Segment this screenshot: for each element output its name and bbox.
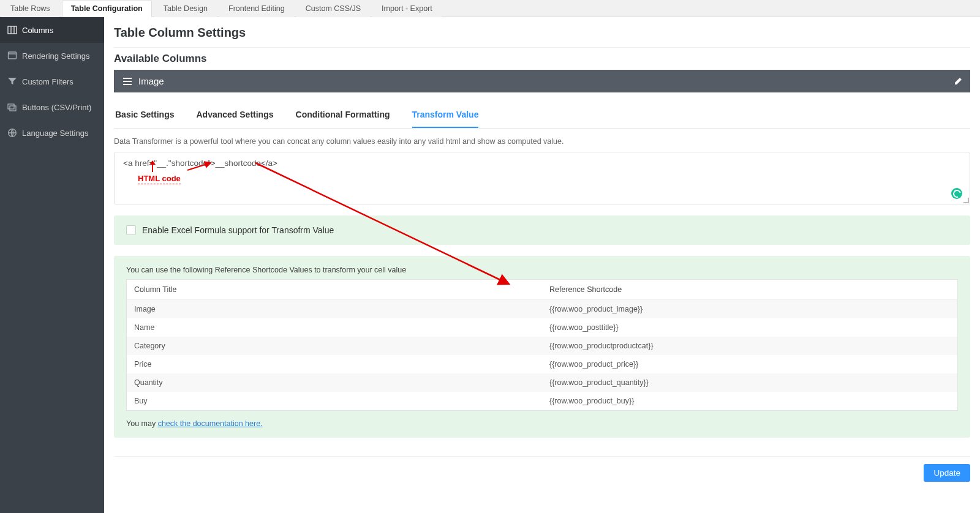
accordion-header-image[interactable]: Image	[114, 70, 970, 92]
top-tab-import-export[interactable]: Import - Export	[372, 1, 442, 17]
edit-icon[interactable]	[954, 77, 963, 85]
columns-icon	[7, 25, 17, 35]
filter-icon	[7, 77, 17, 86]
inner-tab-conditional-formatting[interactable]: Conditional Formatting	[296, 103, 390, 128]
sidebar-item-language-settings[interactable]: Language Settings	[0, 120, 104, 146]
page-title: Table Column Settings	[114, 26, 970, 40]
ref-code: {{row.woo_product_quantity}}	[542, 373, 958, 392]
ref-title: Image	[127, 300, 543, 319]
sidebar-item-label: Language Settings	[22, 129, 88, 138]
buttons-icon	[7, 102, 17, 112]
ref-title: Name	[127, 318, 543, 337]
sidebar-item-custom-filters[interactable]: Custom Filters	[0, 69, 104, 94]
table-row: Name {{row.woo_posttitle}}	[127, 318, 958, 337]
svg-rect-6	[10, 106, 16, 111]
doc-prefix: You may	[126, 419, 158, 428]
reference-intro: You can use the following Reference Shor…	[126, 266, 958, 274]
grammarly-icon[interactable]	[951, 188, 962, 199]
excel-formula-checkbox-row[interactable]: Enable Excel Formula support for Transof…	[126, 225, 958, 235]
sidebar-item-label: Buttons (CSV/Print)	[22, 103, 91, 112]
ref-code: {{row.woo_product_price}}	[542, 355, 958, 373]
sidebar-item-rendering-settings[interactable]: Rendering Settings	[0, 43, 104, 69]
drag-handle-icon[interactable]	[123, 77, 132, 86]
table-row: Category {{row.woo_productproductcat}}	[127, 337, 958, 355]
ref-title: Category	[127, 337, 543, 355]
sidebar-item-label: Custom Filters	[22, 77, 74, 86]
main-content: Table Column Settings Available Columns …	[104, 17, 980, 513]
update-bar: Update	[114, 457, 970, 482]
ref-col-title: Column Title	[127, 280, 543, 300]
top-tab-table-rows[interactable]: Table Rows	[1, 1, 59, 17]
svg-rect-0	[8, 26, 17, 34]
documentation-link-row: You may check the documentation here.	[126, 419, 958, 428]
excel-formula-panel: Enable Excel Formula support for Transof…	[114, 215, 970, 245]
ref-title: Price	[127, 355, 543, 373]
sidebar-item-label: Rendering Settings	[22, 51, 90, 61]
top-tabs: Table Rows Table Configuration Table Des…	[0, 0, 980, 17]
sidebar: Columns Rendering Settings Custom Filter…	[0, 17, 104, 513]
sidebar-item-buttons[interactable]: Buttons (CSV/Print)	[0, 94, 104, 120]
ref-title: Buy	[127, 392, 543, 411]
transform-value-textarea[interactable]: <a href="__."shortcode">__shortcode</a>	[114, 152, 970, 204]
transform-value-content: <a href="__."shortcode">__shortcode</a>	[123, 159, 961, 168]
documentation-link[interactable]: check the documentation here.	[158, 419, 263, 428]
sidebar-item-columns[interactable]: Columns	[0, 17, 104, 43]
inner-tab-transform-value[interactable]: Transform Value	[412, 103, 479, 128]
svg-rect-5	[8, 104, 14, 109]
table-row: Quantity {{row.woo_product_quantity}}	[127, 373, 958, 392]
reference-table: Column Title Reference Shortcode Image {…	[126, 279, 958, 411]
inner-tabs: Basic Settings Advanced Settings Conditi…	[114, 103, 970, 129]
accordion-title: Image	[138, 76, 164, 86]
inner-tab-advanced-settings[interactable]: Advanced Settings	[196, 103, 273, 128]
ref-code: {{row.woo_product_image}}	[542, 300, 958, 319]
ref-code: {{row.woo_product_buy}}	[542, 392, 958, 411]
sidebar-item-label: Columns	[22, 26, 53, 35]
textarea-resize-handle[interactable]	[962, 197, 970, 204]
table-row: Image {{row.woo_product_image}}	[127, 300, 958, 319]
update-button[interactable]: Update	[924, 464, 970, 482]
excel-formula-checkbox[interactable]	[126, 225, 136, 235]
transform-help-text: Data Transformer is a powerful tool wher…	[114, 137, 970, 146]
ref-code: {{row.woo_posttitle}}	[542, 318, 958, 337]
table-row: Price {{row.woo_product_price}}	[127, 355, 958, 373]
inner-tab-basic-settings[interactable]: Basic Settings	[115, 103, 174, 128]
table-row: Buy {{row.woo_product_buy}}	[127, 392, 958, 411]
available-columns-heading: Available Columns	[114, 53, 970, 65]
ref-code: {{row.woo_productproductcat}}	[542, 337, 958, 355]
ref-col-shortcode: Reference Shortcode	[542, 280, 958, 300]
reference-shortcodes-panel: You can use the following Reference Shor…	[114, 256, 970, 438]
language-icon	[7, 128, 17, 138]
top-tab-frontend-editing[interactable]: Frontend Editing	[219, 1, 294, 17]
render-icon	[7, 51, 17, 61]
top-tab-table-configuration[interactable]: Table Configuration	[62, 1, 152, 17]
excel-formula-label: Enable Excel Formula support for Transof…	[142, 225, 334, 235]
top-tab-table-design[interactable]: Table Design	[154, 1, 217, 17]
top-tab-custom-css-js[interactable]: Custom CSS/JS	[296, 1, 370, 17]
ref-title: Quantity	[127, 373, 543, 392]
svg-rect-3	[9, 52, 17, 59]
